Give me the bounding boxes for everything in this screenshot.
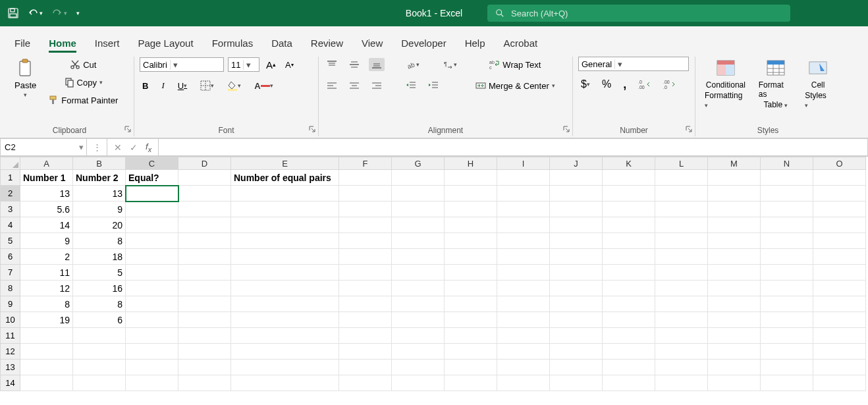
cell-F11[interactable] <box>339 328 392 344</box>
cell-J6[interactable] <box>550 249 603 265</box>
cell-C14[interactable] <box>126 375 178 391</box>
underline-button[interactable]: U ▾ <box>175 80 190 92</box>
column-header-N[interactable]: N <box>761 157 813 170</box>
cell-C6[interactable] <box>126 249 178 265</box>
cell-I10[interactable] <box>497 312 550 328</box>
column-header-D[interactable]: D <box>178 157 231 170</box>
italic-button[interactable]: I <box>159 79 167 92</box>
cell-H6[interactable] <box>445 249 497 265</box>
cell-K8[interactable] <box>603 281 655 296</box>
number-dialog-launcher[interactable] <box>684 124 693 134</box>
cell-N6[interactable] <box>761 249 813 265</box>
cell-A2[interactable]: 13 <box>20 186 73 202</box>
cell-B4[interactable]: 20 <box>73 217 126 233</box>
column-header-J[interactable]: J <box>550 157 603 170</box>
cell-B13[interactable] <box>73 360 126 375</box>
conditional-formatting-button[interactable]: Conditional Formatting ▾ <box>701 57 751 111</box>
cell-D8[interactable] <box>178 281 231 296</box>
comma-button[interactable]: , <box>620 76 629 93</box>
cell-O6[interactable] <box>813 249 866 265</box>
cell-D1[interactable] <box>178 170 231 186</box>
cell-H7[interactable] <box>445 265 497 281</box>
search-box[interactable] <box>487 5 790 22</box>
cell-N12[interactable] <box>761 344 813 360</box>
cell-D12[interactable] <box>178 344 231 360</box>
row-header-4[interactable]: 4 <box>0 217 20 233</box>
cell-L2[interactable] <box>655 186 708 202</box>
cell-K11[interactable] <box>603 328 655 344</box>
cell-I5[interactable] <box>497 233 550 249</box>
redo-button[interactable]: ▾ <box>52 8 67 18</box>
cell-E12[interactable] <box>231 344 339 360</box>
cell-B14[interactable] <box>73 375 126 391</box>
name-box[interactable]: C2▾ <box>0 138 87 156</box>
cell-E14[interactable] <box>231 375 339 391</box>
column-header-A[interactable]: A <box>20 157 73 170</box>
borders-button[interactable]: ▾ <box>198 79 217 92</box>
cell-A11[interactable] <box>20 328 73 344</box>
cell-L10[interactable] <box>655 312 708 328</box>
increase-font-button[interactable]: A▴ <box>263 58 279 72</box>
cell-N13[interactable] <box>761 360 813 375</box>
cell-G10[interactable] <box>392 312 445 328</box>
cell-B11[interactable] <box>73 328 126 344</box>
row-header-11[interactable]: 11 <box>0 328 20 344</box>
cell-H8[interactable] <box>445 281 497 296</box>
cell-I7[interactable] <box>497 265 550 281</box>
cell-L4[interactable] <box>655 217 708 233</box>
align-top-button[interactable] <box>324 58 340 71</box>
cell-O4[interactable] <box>813 217 866 233</box>
column-header-O[interactable]: O <box>813 157 866 170</box>
cell-O13[interactable] <box>813 360 866 375</box>
column-header-G[interactable]: G <box>392 157 445 170</box>
tab-home[interactable]: Home <box>49 38 76 53</box>
column-header-I[interactable]: I <box>497 157 550 170</box>
cell-J8[interactable] <box>550 281 603 296</box>
cell-A10[interactable]: 19 <box>20 312 73 328</box>
cell-I1[interactable] <box>497 170 550 186</box>
row-header-14[interactable]: 14 <box>0 375 20 391</box>
cell-F1[interactable] <box>339 170 392 186</box>
cell-D13[interactable] <box>178 360 231 375</box>
cell-F5[interactable] <box>339 233 392 249</box>
cell-D11[interactable] <box>178 328 231 344</box>
cell-A3[interactable]: 5.6 <box>20 202 73 217</box>
cell-J12[interactable] <box>550 344 603 360</box>
cell-K9[interactable] <box>603 296 655 312</box>
cell-C11[interactable] <box>126 328 178 344</box>
cell-G11[interactable] <box>392 328 445 344</box>
cell-C5[interactable] <box>126 233 178 249</box>
cell-J4[interactable] <box>550 217 603 233</box>
cell-I4[interactable] <box>497 217 550 233</box>
cell-F3[interactable] <box>339 202 392 217</box>
tab-developer[interactable]: Developer <box>401 38 446 53</box>
cell-E4[interactable] <box>231 217 339 233</box>
cell-F14[interactable] <box>339 375 392 391</box>
paste-button[interactable]: Paste ▾ <box>11 57 40 99</box>
row-header-6[interactable]: 6 <box>0 249 20 265</box>
column-header-C[interactable]: C <box>126 157 178 170</box>
cell-G1[interactable] <box>392 170 445 186</box>
cell-G8[interactable] <box>392 281 445 296</box>
cell-I9[interactable] <box>497 296 550 312</box>
cell-M7[interactable] <box>708 265 761 281</box>
cell-A14[interactable] <box>20 375 73 391</box>
cell-N14[interactable] <box>761 375 813 391</box>
cell-O3[interactable] <box>813 202 866 217</box>
cell-D2[interactable] <box>178 186 231 202</box>
qat-customize[interactable]: ▾ <box>76 10 80 16</box>
cell-E6[interactable] <box>231 249 339 265</box>
cell-O2[interactable] <box>813 186 866 202</box>
tab-acrobat[interactable]: Acrobat <box>504 38 538 53</box>
row-header-13[interactable]: 13 <box>0 360 20 375</box>
align-center-button[interactable] <box>346 79 362 92</box>
cell-B3[interactable]: 9 <box>73 202 126 217</box>
cell-M9[interactable] <box>708 296 761 312</box>
cell-F7[interactable] <box>339 265 392 281</box>
search-input[interactable] <box>511 9 782 18</box>
cell-H2[interactable] <box>445 186 497 202</box>
cell-N3[interactable] <box>761 202 813 217</box>
cell-M3[interactable] <box>708 202 761 217</box>
cell-F9[interactable] <box>339 296 392 312</box>
cell-K10[interactable] <box>603 312 655 328</box>
